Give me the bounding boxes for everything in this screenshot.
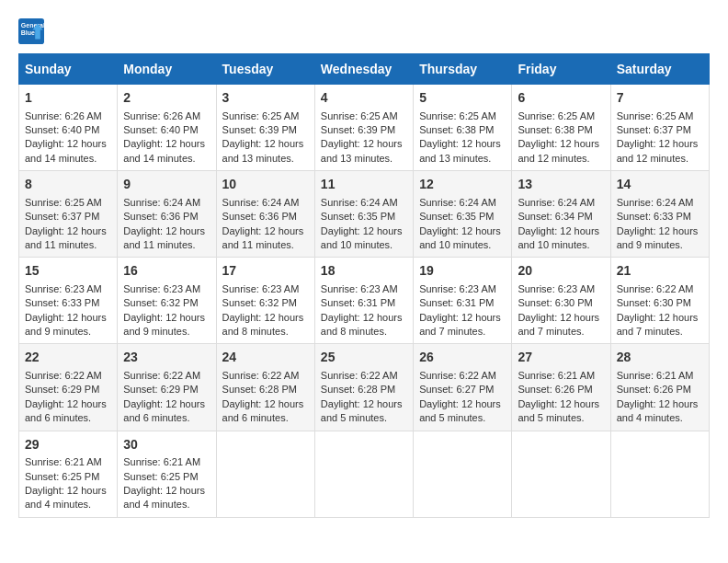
day-number: 28 bbox=[617, 349, 703, 367]
daylight-minutes: and 9 minutes. bbox=[617, 239, 683, 250]
day-number: 1 bbox=[25, 89, 111, 108]
sunrise-text: Sunrise: 6:25 AM bbox=[321, 110, 398, 121]
daylight-minutes: and 14 minutes. bbox=[123, 153, 195, 164]
daylight-text: Daylight: 12 hours bbox=[419, 225, 501, 236]
sunrise-text: Sunrise: 6:24 AM bbox=[321, 197, 398, 208]
day-number: 6 bbox=[518, 89, 604, 108]
sunset-text: Sunset: 6:30 PM bbox=[617, 297, 691, 308]
daylight-text: Daylight: 12 hours bbox=[321, 398, 403, 409]
calendar-cell: 14Sunrise: 6:24 AMSunset: 6:33 PMDayligh… bbox=[610, 171, 709, 258]
daylight-text: Daylight: 12 hours bbox=[222, 225, 304, 236]
daylight-minutes: and 11 minutes. bbox=[222, 239, 294, 250]
daylight-text: Daylight: 12 hours bbox=[617, 312, 699, 323]
sunset-text: Sunset: 6:26 PM bbox=[617, 384, 691, 395]
day-number: 14 bbox=[617, 176, 703, 194]
daylight-text: Daylight: 12 hours bbox=[123, 225, 205, 236]
calendar-cell: 20Sunrise: 6:23 AMSunset: 6:30 PMDayligh… bbox=[512, 258, 610, 344]
daylight-minutes: and 8 minutes. bbox=[222, 326, 289, 337]
day-number: 22 bbox=[25, 349, 111, 367]
sunset-text: Sunset: 6:35 PM bbox=[321, 211, 395, 222]
sunset-text: Sunset: 6:25 PM bbox=[25, 471, 99, 482]
sunset-text: Sunset: 6:36 PM bbox=[222, 211, 297, 222]
daylight-text: Daylight: 12 hours bbox=[123, 485, 205, 496]
daylight-minutes: and 9 minutes. bbox=[25, 326, 91, 337]
sunset-text: Sunset: 6:37 PM bbox=[617, 124, 691, 135]
column-header-friday: Friday bbox=[512, 54, 610, 85]
calendar-table: SundayMondayTuesdayWednesdayThursdayFrid… bbox=[18, 53, 710, 518]
sunrise-text: Sunrise: 6:24 AM bbox=[123, 197, 200, 208]
sunrise-text: Sunrise: 6:24 AM bbox=[617, 197, 694, 208]
sunset-text: Sunset: 6:28 PM bbox=[222, 384, 297, 395]
day-number: 10 bbox=[222, 176, 309, 194]
daylight-minutes: and 7 minutes. bbox=[617, 326, 683, 337]
daylight-minutes: and 13 minutes. bbox=[419, 153, 491, 164]
page-header: General Blue bbox=[18, 18, 710, 44]
sunset-text: Sunset: 6:30 PM bbox=[518, 297, 592, 308]
daylight-text: Daylight: 12 hours bbox=[222, 138, 304, 149]
sunrise-text: Sunrise: 6:25 AM bbox=[419, 110, 496, 121]
sunrise-text: Sunrise: 6:23 AM bbox=[321, 283, 398, 294]
calendar-cell: 12Sunrise: 6:24 AMSunset: 6:35 PMDayligh… bbox=[414, 171, 512, 258]
sunrise-text: Sunrise: 6:23 AM bbox=[123, 283, 200, 294]
calendar-cell: 1Sunrise: 6:26 AMSunset: 6:40 PMDaylight… bbox=[19, 85, 118, 171]
daylight-text: Daylight: 12 hours bbox=[123, 398, 205, 409]
sunrise-text: Sunrise: 6:21 AM bbox=[617, 370, 694, 381]
calendar-cell: 8Sunrise: 6:25 AMSunset: 6:37 PMDaylight… bbox=[19, 171, 118, 258]
week-row-3: 15Sunrise: 6:23 AMSunset: 6:33 PMDayligh… bbox=[19, 258, 710, 344]
calendar-cell: 9Sunrise: 6:24 AMSunset: 6:36 PMDaylight… bbox=[118, 171, 216, 258]
sunrise-text: Sunrise: 6:25 AM bbox=[222, 110, 300, 121]
daylight-text: Daylight: 12 hours bbox=[518, 225, 599, 236]
daylight-minutes: and 7 minutes. bbox=[518, 326, 584, 337]
day-number: 12 bbox=[419, 176, 506, 194]
sunrise-text: Sunrise: 6:25 AM bbox=[518, 110, 595, 121]
daylight-text: Daylight: 12 hours bbox=[25, 312, 107, 323]
sunset-text: Sunset: 6:33 PM bbox=[617, 211, 691, 222]
sunrise-text: Sunrise: 6:25 AM bbox=[25, 197, 102, 208]
sunrise-text: Sunrise: 6:24 AM bbox=[518, 197, 595, 208]
day-number: 5 bbox=[419, 89, 506, 108]
sunrise-text: Sunrise: 6:23 AM bbox=[518, 283, 595, 294]
week-row-2: 8Sunrise: 6:25 AMSunset: 6:37 PMDaylight… bbox=[19, 171, 710, 258]
sunset-text: Sunset: 6:39 PM bbox=[222, 124, 297, 135]
daylight-text: Daylight: 12 hours bbox=[321, 225, 403, 236]
calendar-cell: 27Sunrise: 6:21 AMSunset: 6:26 PMDayligh… bbox=[512, 344, 610, 431]
sunrise-text: Sunrise: 6:22 AM bbox=[25, 370, 102, 381]
calendar-cell bbox=[216, 431, 314, 517]
day-number: 20 bbox=[518, 262, 604, 281]
logo-icon: General Blue bbox=[18, 18, 44, 44]
daylight-minutes: and 13 minutes. bbox=[222, 153, 294, 164]
sunset-text: Sunset: 6:31 PM bbox=[321, 297, 395, 308]
day-number: 3 bbox=[222, 89, 309, 108]
daylight-text: Daylight: 12 hours bbox=[25, 138, 107, 149]
daylight-text: Daylight: 12 hours bbox=[25, 225, 107, 236]
sunset-text: Sunset: 6:39 PM bbox=[321, 124, 395, 135]
column-header-wednesday: Wednesday bbox=[314, 54, 413, 85]
daylight-text: Daylight: 12 hours bbox=[123, 138, 205, 149]
sunrise-text: Sunrise: 6:26 AM bbox=[25, 110, 102, 121]
column-header-saturday: Saturday bbox=[610, 54, 709, 85]
daylight-minutes: and 13 minutes. bbox=[321, 153, 392, 164]
day-number: 9 bbox=[123, 176, 210, 194]
daylight-minutes: and 5 minutes. bbox=[419, 412, 485, 423]
day-number: 4 bbox=[321, 89, 407, 108]
daylight-minutes: and 4 minutes. bbox=[25, 499, 91, 510]
column-header-monday: Monday bbox=[118, 54, 216, 85]
daylight-minutes: and 4 minutes. bbox=[123, 499, 189, 510]
calendar-cell bbox=[414, 431, 512, 517]
day-number: 7 bbox=[617, 89, 703, 108]
day-number: 19 bbox=[419, 262, 506, 281]
calendar-cell: 24Sunrise: 6:22 AMSunset: 6:28 PMDayligh… bbox=[216, 344, 314, 431]
sunrise-text: Sunrise: 6:24 AM bbox=[419, 197, 496, 208]
daylight-text: Daylight: 12 hours bbox=[617, 398, 699, 409]
sunset-text: Sunset: 6:36 PM bbox=[123, 211, 198, 222]
daylight-minutes: and 12 minutes. bbox=[518, 153, 589, 164]
sunset-text: Sunset: 6:38 PM bbox=[419, 124, 494, 135]
column-header-tuesday: Tuesday bbox=[216, 54, 314, 85]
daylight-minutes: and 7 minutes. bbox=[419, 326, 485, 337]
day-number: 26 bbox=[419, 349, 506, 367]
daylight-minutes: and 9 minutes. bbox=[123, 326, 189, 337]
calendar-cell: 25Sunrise: 6:22 AMSunset: 6:28 PMDayligh… bbox=[314, 344, 413, 431]
calendar-cell: 23Sunrise: 6:22 AMSunset: 6:29 PMDayligh… bbox=[118, 344, 216, 431]
sunset-text: Sunset: 6:40 PM bbox=[123, 124, 198, 135]
calendar-cell: 22Sunrise: 6:22 AMSunset: 6:29 PMDayligh… bbox=[19, 344, 118, 431]
